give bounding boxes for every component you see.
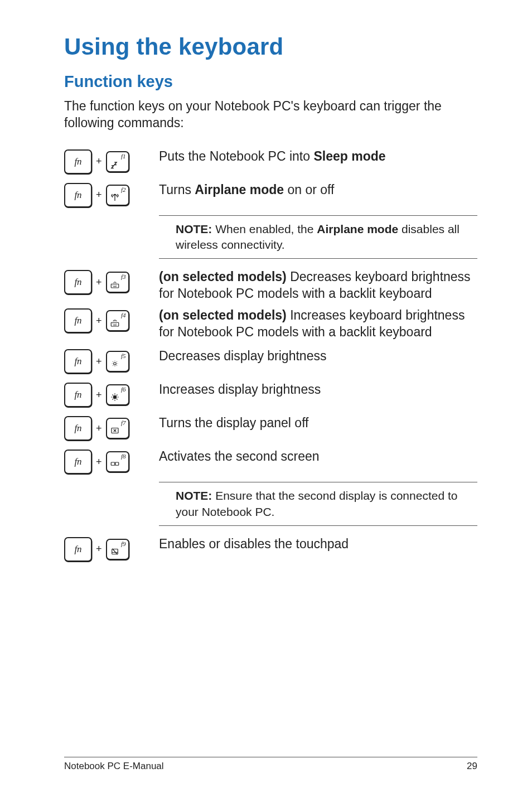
svg-point-2 — [113, 363, 116, 365]
row-f3: fn + f3 (on selected models) Decreases k… — [64, 269, 477, 302]
row-f4: fn + f4 (on selected models) Increases k… — [64, 307, 477, 340]
section-heading: Function keys — [64, 73, 477, 91]
desc: Enables or disables the touchpad — [159, 536, 477, 552]
f-label: f3 — [121, 273, 126, 280]
key-combo: fn + f6 — [64, 381, 159, 407]
fn-key-icon: fn — [64, 537, 92, 562]
keyboard-dim-icon — [109, 279, 120, 290]
key-combo: fn + f7 — [64, 415, 159, 441]
text: Turns — [159, 182, 195, 197]
row-f6: fn + f6 Increases display brightness — [64, 381, 477, 407]
desc: Decreases display brightness — [159, 348, 477, 364]
key-combo: fn + f5 — [64, 348, 159, 374]
f7-key-icon: f7 — [106, 418, 129, 439]
f-label: f6 — [121, 386, 126, 393]
intro-text: The function keys on your Notebook PC's … — [64, 98, 477, 132]
f3-key-icon: f3 — [106, 272, 129, 293]
desc: Puts the Notebook PC into Sleep mode — [159, 148, 477, 165]
f-label: f8 — [121, 453, 126, 460]
f6-key-icon: f6 — [106, 384, 129, 405]
svg-rect-6 — [115, 462, 118, 465]
text-bold: Airplane mode — [317, 223, 398, 235]
text-bold: Airplane mode — [195, 182, 284, 197]
f4-key-icon: f4 — [106, 310, 129, 331]
page: Using the keyboard Function keys The fun… — [0, 0, 532, 802]
f-label: f2 — [121, 186, 126, 193]
plus-icon: + — [96, 423, 102, 434]
fn-key-icon: fn — [64, 149, 92, 174]
fn-key-icon: fn — [64, 183, 92, 207]
plus-icon: + — [96, 456, 102, 468]
f9-key-icon: f9 — [106, 539, 129, 560]
touchpad-toggle-icon — [109, 546, 120, 557]
row-f5: fn + f5 Decreases display brightness — [64, 348, 477, 374]
desc: Turns the display panel off — [159, 415, 477, 431]
text: When enabled, the — [212, 223, 317, 235]
fn-key-icon: fn — [64, 308, 92, 333]
plus-icon: + — [96, 389, 102, 401]
sun-bright-icon — [109, 392, 120, 403]
text: Ensure that the second display is connec… — [176, 489, 457, 518]
fn-key-icon: fn — [64, 383, 92, 407]
f8-key-icon: f8 — [106, 451, 129, 472]
sleep-icon — [109, 158, 120, 170]
note-label: NOTE: — [176, 489, 212, 502]
f-label: f9 — [121, 540, 126, 547]
text-bold: (on selected models) — [159, 269, 287, 284]
row-f8: fn + f8 Activates the second screen — [64, 448, 477, 474]
f-label: f1 — [121, 153, 126, 160]
plus-icon: + — [96, 356, 102, 368]
desc: (on selected models) Decreases keyboard … — [159, 269, 477, 302]
text-bold: (on selected models) — [159, 308, 287, 322]
row-f9: fn + f9 Enables or disables the touchpad — [64, 536, 477, 562]
plus-icon: + — [96, 156, 102, 167]
fn-key-icon: fn — [64, 270, 92, 294]
desc: Activates the second screen — [159, 448, 477, 465]
key-combo: fn + f8 — [64, 448, 159, 474]
wireless-icon — [109, 192, 120, 203]
f-label: f5 — [121, 352, 126, 359]
keyboard-bright-icon — [109, 317, 120, 328]
plus-icon: + — [96, 277, 102, 288]
note-second-display: NOTE: Ensure that the second display is … — [159, 482, 477, 526]
text: on or off — [284, 182, 334, 197]
key-combo: fn + f9 — [64, 536, 159, 562]
page-title: Using the keyboard — [64, 33, 477, 60]
text-bold: Sleep mode — [313, 149, 385, 163]
svg-point-3 — [113, 396, 116, 399]
plus-icon: + — [96, 189, 102, 201]
note-label: NOTE: — [176, 223, 212, 235]
f-label: f7 — [121, 419, 126, 426]
svg-rect-0 — [111, 284, 119, 288]
f2-key-icon: f2 — [106, 185, 129, 206]
f1-key-icon: f1 — [106, 151, 129, 172]
fn-key-icon: fn — [64, 349, 92, 374]
desc: Turns Airplane mode on or off — [159, 182, 477, 198]
f-label: f4 — [121, 312, 126, 318]
fn-key-icon: fn — [64, 450, 92, 474]
plus-icon: + — [96, 315, 102, 327]
desc: Increases display brightness — [159, 381, 477, 398]
key-combo: fn + f2 — [64, 182, 159, 207]
row-f2: fn + f2 Turns Airplane mode on or off — [64, 182, 477, 207]
display-off-icon — [109, 425, 120, 436]
svg-rect-1 — [111, 323, 119, 327]
sun-dim-icon — [109, 358, 120, 369]
dual-display-icon — [109, 458, 120, 470]
fn-key-icon: fn — [64, 416, 92, 441]
text: Puts the Notebook PC into — [159, 149, 313, 163]
key-combo: fn + f3 — [64, 269, 159, 294]
page-number: 29 — [467, 761, 477, 772]
plus-icon: + — [96, 543, 102, 555]
key-combo: fn + f4 — [64, 307, 159, 333]
f5-key-icon: f5 — [106, 351, 129, 372]
desc: (on selected models) Increases keyboard … — [159, 307, 477, 340]
note-airplane: NOTE: When enabled, the Airplane mode di… — [159, 215, 477, 259]
row-f7: fn + f7 Turns the display panel off — [64, 415, 477, 441]
footer-left: Notebook PC E-Manual — [64, 761, 164, 772]
row-f1: fn + f1 Puts the Notebook PC into Sleep … — [64, 148, 477, 174]
page-footer: Notebook PC E-Manual 29 — [64, 757, 477, 772]
key-combo: fn + f1 — [64, 148, 159, 174]
